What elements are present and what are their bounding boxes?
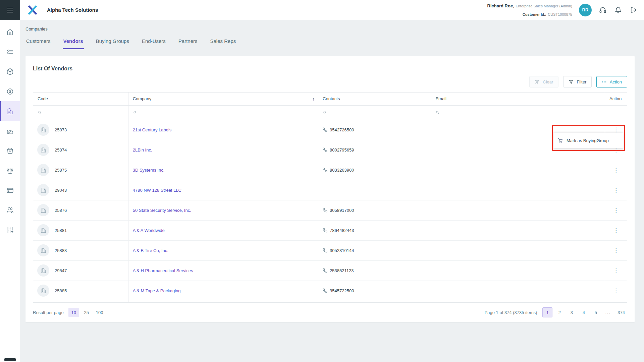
page-button[interactable]: 3 <box>567 307 577 317</box>
company-link[interactable]: 4780 NW 128 Street LLC <box>128 188 181 193</box>
toolbar: Clear Filter ••• Action <box>33 76 627 87</box>
email-search-input[interactable] <box>442 110 586 115</box>
page-size-option[interactable]: 10 <box>68 308 79 317</box>
column-header-company[interactable]: Company ↑ <box>128 93 318 105</box>
sidebar-item-branches[interactable] <box>0 121 20 141</box>
company-search-input[interactable] <box>140 110 298 115</box>
breadcrumb: Companies <box>20 20 644 32</box>
tab-buying-groups[interactable]: Buying Groups <box>95 37 130 49</box>
table-row: 25885 A & M Tape & Packaging 9545722500 … <box>33 281 627 301</box>
sidebar-item-products[interactable] <box>0 62 20 81</box>
company-link[interactable]: 50 State Security Service, Inc. <box>128 208 191 213</box>
tab-end-users[interactable]: End-Users <box>141 37 166 49</box>
tab-customers[interactable]: Customers <box>25 37 51 49</box>
company-link[interactable]: 21st Century Labels <box>128 127 172 132</box>
contacts-search-input[interactable] <box>330 110 422 115</box>
company-link[interactable]: A & M Tape & Packaging <box>128 288 181 293</box>
sidebar-item-settings[interactable] <box>0 220 20 240</box>
mark-as-buyinggroup-item[interactable]: Mark as BuyingGroup <box>553 133 624 148</box>
search-icon <box>435 110 440 115</box>
sidebar-bottom-indicator[interactable] <box>4 358 16 361</box>
sidebar-toggle-button[interactable] <box>0 0 20 20</box>
phone-number: 9542726500 <box>330 127 354 132</box>
company-link[interactable]: A & A Worldwide <box>128 228 165 233</box>
code-search-input[interactable] <box>45 110 121 115</box>
row-actions-button[interactable]: ⋮ <box>605 281 627 301</box>
tab-partners[interactable]: Partners <box>178 37 198 49</box>
row-actions-button[interactable]: ⋮ <box>605 180 627 200</box>
ellipsis-icon: ••• <box>602 80 607 83</box>
page-button[interactable]: 1 <box>542 307 552 317</box>
sidebar-item-pricing[interactable] <box>0 81 20 101</box>
phone-cell: 7864482443 <box>318 228 431 233</box>
column-header-email[interactable]: Email <box>431 93 605 105</box>
company-link[interactable]: A & H Pharmaceutical Services <box>128 268 193 273</box>
tabs: CustomersVendorsBuying GroupsEnd-UsersPa… <box>25 37 644 49</box>
tab-vendors[interactable]: Vendors <box>63 37 84 49</box>
page-button[interactable]: 5 <box>591 307 601 317</box>
products-icon <box>6 68 14 75</box>
building-icon <box>41 127 46 133</box>
user-role: Enterprise Sales Manager (Admin) <box>516 4 572 8</box>
sidebar-item-home[interactable] <box>0 22 20 42</box>
table-row: 25873 21st Century Labels 9542726500 ⋮ <box>33 120 627 140</box>
sidebar-item-companies[interactable] <box>0 101 20 121</box>
sidebar-item-billing[interactable] <box>0 180 20 200</box>
page-size-option[interactable]: 100 <box>94 308 105 317</box>
user-avatar[interactable]: RR <box>579 4 592 16</box>
row-actions-button[interactable]: ⋮ <box>605 261 627 281</box>
row-actions-button[interactable]: ⋮ <box>605 160 627 180</box>
home-icon <box>6 28 14 36</box>
action-button[interactable]: ••• Action <box>596 76 627 87</box>
company-link[interactable]: 3D Systems Inc. <box>128 168 165 173</box>
billing-icon <box>6 187 14 194</box>
sidebar-item-purchases[interactable] <box>0 141 20 161</box>
column-header-contacts[interactable]: Contacts <box>318 93 431 105</box>
page-size-option[interactable]: 25 <box>81 308 92 317</box>
column-header-code[interactable]: Code <box>33 93 128 105</box>
phone-cell: 2538521123 <box>318 268 431 273</box>
phone-number: 8033263900 <box>330 168 354 173</box>
users-icon <box>6 206 14 214</box>
company-link[interactable]: A & B Tire Co, Inc. <box>128 248 168 253</box>
phone-number: 3052310144 <box>330 248 354 253</box>
table-row: 25875 3D Systems Inc. 8033263900 ⋮ <box>33 160 627 180</box>
tab-sales-reps[interactable]: Sales Reps <box>210 37 237 49</box>
vendors-card: List Of Vendors Clear Filter ••• Action <box>25 56 635 322</box>
row-actions-button[interactable]: ⋮ <box>605 200 627 220</box>
phone-icon <box>323 147 327 152</box>
company-avatar <box>37 285 49 297</box>
sidebar-item-users[interactable] <box>0 200 20 220</box>
sidebar-item-tasks[interactable] <box>0 42 20 62</box>
phone-icon <box>323 168 327 172</box>
phone-icon <box>323 268 327 273</box>
company-link[interactable]: 2LBin Inc. <box>128 147 152 153</box>
app-logo[interactable] <box>27 4 38 16</box>
table-search-row <box>33 105 627 120</box>
table-row: 29547 A & H Pharmaceutical Services 2538… <box>33 260 627 281</box>
company-avatar <box>37 244 49 256</box>
page-button[interactable]: 4 <box>579 307 589 317</box>
compliance-icon <box>6 167 14 174</box>
column-label: Email <box>435 96 446 101</box>
customer-id-label: Customer Id.: <box>523 12 546 16</box>
company-avatar <box>37 264 49 277</box>
sidebar-item-compliance[interactable] <box>0 161 20 180</box>
sort-ascending-icon[interactable]: ↑ <box>312 96 315 102</box>
column-label: Company <box>133 96 152 101</box>
support-button[interactable] <box>598 6 607 14</box>
filter-button[interactable]: Filter <box>563 76 592 87</box>
row-actions-button[interactable]: ⋮ <box>605 241 627 260</box>
table-row: 29043 4780 NW 128 Street LLC ⋮ <box>33 180 627 200</box>
logout-icon <box>630 6 637 14</box>
page-button[interactable]: 374 <box>615 307 627 317</box>
phone-number: 2538521123 <box>330 268 354 273</box>
table-row: 25876 50 State Security Service, Inc. 30… <box>33 200 627 220</box>
row-actions-button[interactable]: ⋮ <box>605 221 627 240</box>
company-avatar <box>37 204 49 216</box>
clear-button[interactable]: Clear <box>529 76 558 87</box>
notifications-button[interactable] <box>614 6 623 14</box>
purchases-icon <box>6 147 14 155</box>
page-button[interactable]: 2 <box>554 307 565 317</box>
logout-button[interactable] <box>629 6 638 14</box>
